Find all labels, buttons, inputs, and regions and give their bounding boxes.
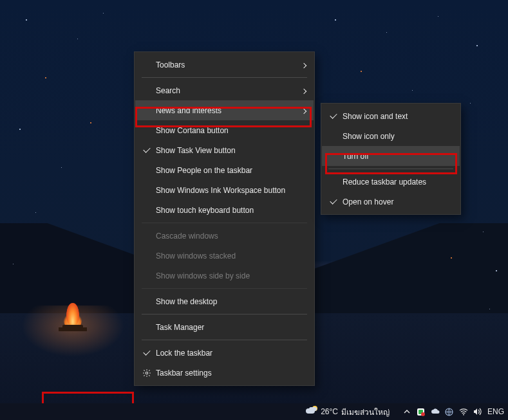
- tray-cloud-icon[interactable]: [431, 407, 440, 416]
- menu-item-label: Show touch keyboard button: [156, 206, 297, 215]
- svg-point-5: [463, 414, 464, 415]
- submenu-item-open-on-hover[interactable]: Open on hover: [322, 192, 460, 212]
- menu-separator: [328, 169, 453, 169]
- chevron-right-icon: [297, 86, 306, 95]
- menu-item-label: Open on hover: [343, 197, 452, 206]
- campfire: [60, 293, 86, 331]
- menu-item-label: Toolbars: [156, 60, 297, 69]
- menu-item-taskbar-settings[interactable]: Taskbar settings: [135, 363, 314, 383]
- menu-separator: [142, 288, 307, 289]
- submenu-item-turn-off[interactable]: Turn off: [322, 146, 460, 166]
- menu-item-lock-the-taskbar[interactable]: Lock the taskbar: [135, 343, 314, 363]
- weather-icon: [306, 406, 317, 417]
- menu-item-show-the-desktop[interactable]: Show the desktop: [135, 291, 314, 311]
- taskbar-context-menu: Toolbars Search News and interests Show …: [134, 51, 315, 386]
- check-icon: [140, 149, 153, 151]
- menu-item-label: Show windows stacked: [156, 251, 297, 260]
- menu-item-label: Show the desktop: [156, 297, 297, 306]
- tray-globe-icon[interactable]: [445, 407, 454, 416]
- check-icon: [140, 352, 153, 354]
- svg-point-3: [421, 412, 425, 416]
- menu-item-label: Show Task View button: [156, 146, 297, 155]
- wifi-icon[interactable]: [459, 407, 468, 416]
- menu-item-label: Reduce taskbar updates: [343, 178, 452, 187]
- menu-item-search[interactable]: Search: [135, 80, 314, 100]
- menu-item-label: Show icon only: [343, 132, 452, 141]
- gear-icon: [140, 369, 153, 378]
- menu-item-label: Task Manager: [156, 323, 297, 332]
- menu-item-show-cortana-button[interactable]: Show Cortana button: [135, 120, 314, 140]
- menu-item-label: Show icon and text: [343, 112, 452, 121]
- check-icon: [327, 201, 340, 203]
- menu-item-label: Show Windows Ink Workspace button: [156, 186, 297, 195]
- menu-item-show-touch-keyboard[interactable]: Show touch keyboard button: [135, 200, 314, 220]
- menu-item-label: Show windows side by side: [156, 271, 297, 280]
- submenu-item-reduce-taskbar-updates[interactable]: Reduce taskbar updates: [322, 172, 460, 192]
- menu-item-label: Search: [156, 86, 297, 95]
- menu-item-label: Cascade windows: [156, 232, 297, 241]
- menu-item-news-and-interests[interactable]: News and interests: [135, 100, 314, 120]
- tray-overflow-chevron-icon[interactable]: [402, 407, 411, 416]
- volume-icon[interactable]: [473, 407, 482, 416]
- menu-item-label: Turn off: [343, 152, 452, 161]
- news-and-interests-submenu: Show icon and text Show icon only Turn o…: [321, 103, 461, 215]
- tray-app-icon[interactable]: [417, 407, 426, 416]
- menu-separator: [142, 340, 307, 340]
- menu-item-show-people[interactable]: Show People on the taskbar: [135, 160, 314, 180]
- system-tray: 26°C มีเมฆส่วนใหญ่ ENG: [306, 403, 504, 420]
- menu-item-show-windows-side-by-side: Show windows side by side: [135, 266, 314, 286]
- check-icon: [327, 115, 340, 117]
- svg-point-0: [146, 372, 148, 374]
- menu-item-show-task-view-button[interactable]: Show Task View button: [135, 140, 314, 160]
- menu-item-label: Show People on the taskbar: [156, 166, 297, 175]
- taskbar[interactable]: 26°C มีเมฆส่วนใหญ่ ENG: [0, 403, 508, 420]
- submenu-item-show-icon-and-text[interactable]: Show icon and text: [322, 106, 460, 126]
- news-and-interests-widget[interactable]: 26°C มีเมฆส่วนใหญ่: [306, 406, 390, 418]
- menu-item-show-windows-stacked: Show windows stacked: [135, 246, 314, 266]
- menu-separator: [142, 314, 307, 315]
- menu-item-label: Lock the taskbar: [156, 349, 297, 358]
- chevron-right-icon: [297, 106, 306, 115]
- weather-text: มีเมฆส่วนใหญ่: [341, 406, 390, 418]
- menu-item-toolbars[interactable]: Toolbars: [135, 55, 314, 75]
- temperature-label: 26°C: [321, 407, 338, 416]
- menu-item-label: Show Cortana button: [156, 126, 297, 135]
- menu-item-show-ink-workspace[interactable]: Show Windows Ink Workspace button: [135, 180, 314, 200]
- menu-item-task-manager[interactable]: Task Manager: [135, 317, 314, 337]
- menu-item-label: Taskbar settings: [156, 369, 297, 378]
- menu-item-cascade-windows: Cascade windows: [135, 226, 314, 246]
- chevron-right-icon: [297, 60, 306, 69]
- submenu-item-show-icon-only[interactable]: Show icon only: [322, 126, 460, 146]
- menu-separator: [142, 77, 307, 78]
- menu-separator: [142, 223, 307, 223]
- menu-item-label: News and interests: [156, 106, 297, 115]
- language-indicator[interactable]: ENG: [487, 407, 504, 416]
